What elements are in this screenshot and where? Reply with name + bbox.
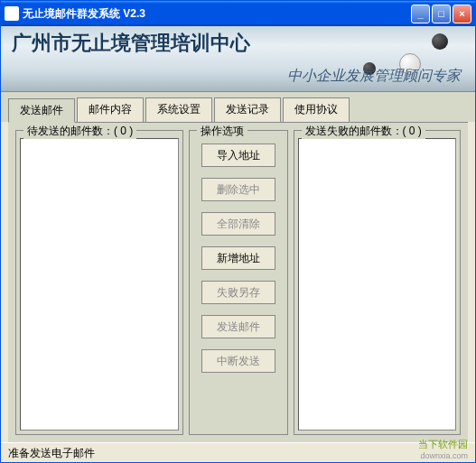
stop-send-button[interactable]: 中断发送 bbox=[201, 349, 275, 373]
clear-all-button[interactable]: 全部清除 bbox=[201, 212, 275, 236]
window-title: 无止境邮件群发系统 V2.3 bbox=[23, 6, 411, 22]
watermark-url: downxia.com bbox=[418, 451, 468, 460]
tab-license[interactable]: 使用协议 bbox=[283, 97, 350, 122]
tab-system-settings[interactable]: 系统设置 bbox=[145, 97, 212, 122]
failed-listbox[interactable] bbox=[298, 138, 457, 431]
pending-listbox[interactable] bbox=[20, 138, 179, 431]
failed-panel: 发送失败的邮件数：( 0 ) bbox=[294, 130, 462, 435]
content-area: 待发送的邮件数：( 0 ) 操作选项 导入地址 删除选中 全部清除 新增地址 失… bbox=[8, 122, 468, 442]
watermark: 当下软件园 downxia.com bbox=[418, 438, 468, 460]
maximize-button[interactable]: □ bbox=[432, 5, 451, 23]
tab-send-log[interactable]: 发送记录 bbox=[214, 97, 281, 122]
close-button[interactable]: × bbox=[453, 5, 471, 23]
pending-label: 待发送的邮件数：( 0 ) bbox=[23, 124, 136, 139]
status-bar: 准备发送电子邮件 当下软件园 downxia.com bbox=[1, 442, 475, 462]
pending-panel: 待发送的邮件数：( 0 ) bbox=[15, 130, 183, 435]
tab-send-mail[interactable]: 发送邮件 bbox=[8, 98, 75, 123]
app-window: 无止境邮件群发系统 V2.3 _ □ × 广州市无止境管理培训中心 中小企业发展… bbox=[0, 0, 476, 463]
banner-subtitle: 中小企业发展管理顾问专家 bbox=[287, 67, 461, 86]
pending-group: 待发送的邮件数：( 0 ) bbox=[15, 130, 183, 435]
tab-bar: 发送邮件 邮件内容 系统设置 发送记录 使用协议 bbox=[1, 92, 475, 122]
operations-label: 操作选项 bbox=[197, 124, 247, 139]
save-failed-button[interactable]: 失败另存 bbox=[201, 281, 275, 304]
titlebar: 无止境邮件群发系统 V2.3 _ □ × bbox=[1, 1, 475, 26]
operations-panel: 操作选项 导入地址 删除选中 全部清除 新增地址 失败另存 发送邮件 中断发送 bbox=[189, 130, 288, 435]
minimize-button[interactable]: _ bbox=[411, 5, 430, 23]
app-icon bbox=[5, 6, 19, 21]
status-text: 准备发送电子邮件 bbox=[8, 447, 95, 459]
failed-label: 发送失败的邮件数：( 0 ) bbox=[302, 124, 425, 139]
failed-group: 发送失败的邮件数：( 0 ) bbox=[294, 130, 462, 435]
operations-group: 操作选项 导入地址 删除选中 全部清除 新增地址 失败另存 发送邮件 中断发送 bbox=[189, 130, 288, 435]
send-mail-button[interactable]: 发送邮件 bbox=[201, 315, 275, 338]
watermark-text: 当下软件园 bbox=[418, 439, 468, 449]
banner-title: 广州市无止境管理培训中心 bbox=[1, 26, 475, 57]
go-stone-icon bbox=[432, 33, 448, 50]
delete-selected-button[interactable]: 删除选中 bbox=[201, 178, 275, 201]
window-controls: _ □ × bbox=[411, 5, 471, 23]
banner: 广州市无止境管理培训中心 中小企业发展管理顾问专家 bbox=[1, 26, 475, 92]
add-address-button[interactable]: 新增地址 bbox=[201, 246, 275, 270]
import-address-button[interactable]: 导入地址 bbox=[201, 144, 275, 167]
tab-mail-content[interactable]: 邮件内容 bbox=[77, 97, 144, 122]
